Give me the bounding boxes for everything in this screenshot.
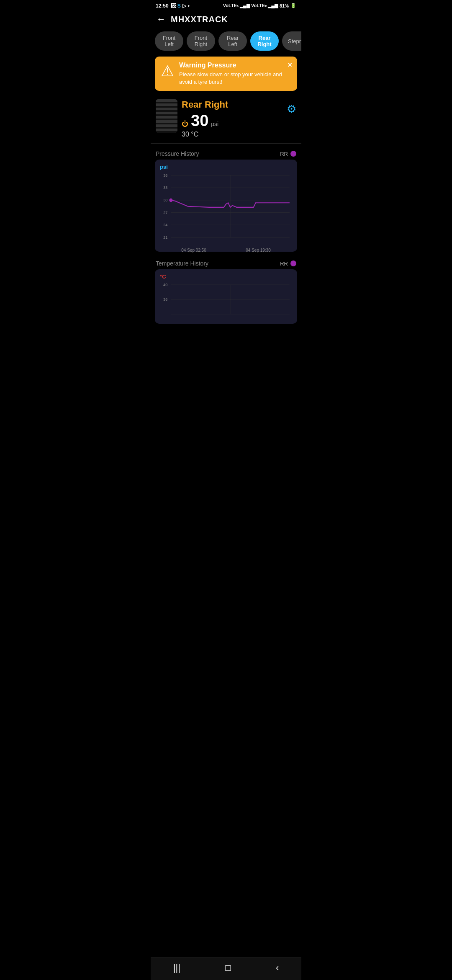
pressure-chart-y-label: psi bbox=[158, 164, 294, 170]
time-label: 12:50 bbox=[156, 3, 169, 9]
status-bar: 12:50 🖼 S ▷ • VoLTE₁ ▂▄▆ VoLTE₂ ▂▄▆ 81% … bbox=[151, 0, 301, 10]
s-icon: S bbox=[177, 3, 181, 9]
tab-front-right[interactable]: FrontRight bbox=[187, 31, 215, 51]
dot-icon: • bbox=[188, 3, 190, 9]
tabs-row: FrontLeft FrontRight RearLeft RearRight … bbox=[151, 29, 301, 55]
svg-text:21: 21 bbox=[163, 235, 167, 240]
temperature-legend: RR bbox=[280, 260, 296, 267]
settings-button[interactable]: ⚙ bbox=[287, 103, 296, 116]
signal-icon: VoLTE₁ ▂▄▆ VoLTE₂ ▂▄▆ bbox=[223, 3, 278, 8]
svg-text:40: 40 bbox=[163, 283, 167, 287]
svg-text:30: 30 bbox=[163, 198, 167, 202]
tab-rear-right[interactable]: RearRight bbox=[250, 31, 279, 51]
pressure-chart-x-labels: 04 Sep 02:50 04 Sep 19:30 bbox=[158, 246, 294, 253]
warning-text: Warning Pressure Please slow down or sto… bbox=[179, 62, 291, 86]
warning-close-button[interactable]: × bbox=[288, 61, 292, 70]
warning-banner: ⚠ Warning Pressure Please slow down or s… bbox=[155, 57, 297, 91]
temperature-chart-y-label: °C bbox=[158, 273, 294, 280]
battery-icon: 🔋 bbox=[290, 3, 296, 8]
temperature-history-header: Temperature History RR bbox=[151, 256, 301, 269]
temperature-history-title: Temperature History bbox=[156, 260, 208, 267]
svg-point-13 bbox=[169, 199, 172, 202]
pressure-x-label-2: 04 Sep 19:30 bbox=[246, 248, 271, 253]
svg-text:36: 36 bbox=[163, 173, 167, 178]
svg-text:33: 33 bbox=[163, 186, 167, 190]
tire-info: Rear Right ⏻ 30 psi 30 °C bbox=[182, 99, 282, 138]
temperature-chart-svg: 40 36 bbox=[158, 281, 294, 318]
status-left: 12:50 🖼 S ▷ • bbox=[156, 3, 190, 9]
tab-rear-left[interactable]: RearLeft bbox=[218, 31, 247, 51]
pressure-row: ⏻ 30 psi bbox=[182, 112, 282, 130]
app-title: MHXXTRACK bbox=[171, 15, 228, 24]
tire-name: Rear Right bbox=[182, 99, 282, 110]
warning-triangle-icon: ⚠ bbox=[161, 62, 174, 80]
battery-label: 81% bbox=[280, 3, 289, 8]
pressure-x-label-1: 04 Sep 02:50 bbox=[181, 248, 206, 253]
warning-title: Warning Pressure bbox=[179, 62, 291, 69]
pressure-legend-dot bbox=[290, 151, 296, 157]
tab-stepney[interactable]: Stepney bbox=[282, 31, 301, 51]
header: ← MHXXTRACK bbox=[151, 10, 301, 29]
svg-text:24: 24 bbox=[163, 223, 167, 227]
pressure-value: 30 bbox=[191, 112, 208, 130]
pressure-unit: psi bbox=[211, 121, 218, 127]
tire-card: Rear Right ⏻ 30 psi 30 °C ⚙ bbox=[151, 95, 301, 141]
temperature-chart-area: 40 36 bbox=[158, 281, 294, 318]
svg-text:27: 27 bbox=[163, 211, 167, 215]
pressure-chart-svg: 36 33 30 27 24 21 bbox=[158, 171, 294, 246]
temperature-legend-label: RR bbox=[280, 260, 288, 267]
play-icon: ▷ bbox=[182, 3, 186, 9]
warning-description: Please slow down or stop your vehicle an… bbox=[179, 71, 291, 86]
tire-temperature: 30 °C bbox=[182, 131, 282, 138]
pressure-history-title: Pressure History bbox=[156, 150, 199, 157]
pressure-history-header: Pressure History RR bbox=[151, 146, 301, 160]
divider-1 bbox=[151, 143, 301, 144]
svg-text:36: 36 bbox=[163, 297, 167, 302]
back-button[interactable]: ← bbox=[157, 14, 166, 25]
pressure-legend-label: RR bbox=[280, 151, 288, 157]
status-right: VoLTE₁ ▂▄▆ VoLTE₂ ▂▄▆ 81% 🔋 bbox=[223, 3, 296, 8]
temperature-legend-dot bbox=[290, 260, 296, 266]
pressure-chart-container: psi 36 33 30 27 24 21 04 Sep 02:50 bbox=[155, 160, 297, 252]
tire-image bbox=[156, 99, 177, 133]
photo-icon: 🖼 bbox=[170, 3, 176, 9]
pressure-legend: RR bbox=[280, 151, 296, 157]
pressure-icon: ⏻ bbox=[182, 120, 188, 128]
temperature-chart-container: °C 40 36 bbox=[155, 269, 297, 324]
tab-front-left[interactable]: FrontLeft bbox=[155, 31, 183, 51]
pressure-chart-area: 36 33 30 27 24 21 bbox=[158, 171, 294, 246]
